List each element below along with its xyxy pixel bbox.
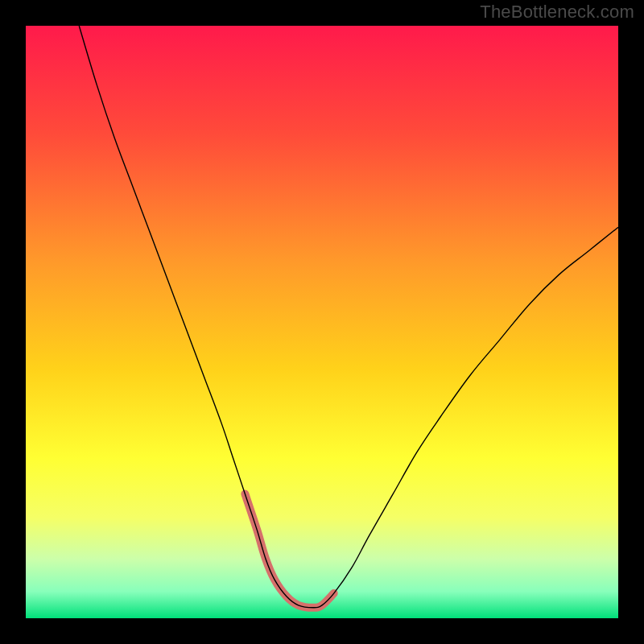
gradient-background — [26, 26, 618, 618]
bottleneck-chart — [0, 0, 644, 644]
watermark-text: TheBottleneck.com — [480, 2, 634, 23]
chart-frame: TheBottleneck.com — [0, 0, 644, 644]
